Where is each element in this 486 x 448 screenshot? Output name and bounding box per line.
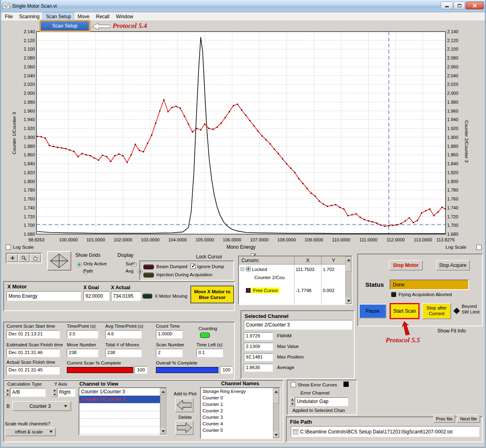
current-start-label: Current Scan Start time bbox=[6, 324, 55, 329]
add-to-plot-button[interactable] bbox=[175, 398, 194, 412]
channel-to-view-empty-row[interactable] bbox=[79, 403, 160, 411]
y-axis-tick-right: 2.140 bbox=[447, 29, 470, 34]
free-cursor-y[interactable]: 0.002 bbox=[323, 288, 335, 293]
x-motor-moving-led bbox=[143, 294, 152, 299]
close-icon bbox=[473, 4, 477, 8]
selected-channel-field[interactable]: Counter 2/Counter 3 bbox=[244, 320, 352, 330]
maximize-button[interactable] bbox=[454, 2, 465, 9]
log-scale-right-checkbox[interactable] bbox=[476, 245, 482, 250]
x-goal-label: X Goal bbox=[83, 285, 99, 290]
y-axis-tick-left: 1.760 bbox=[12, 196, 35, 201]
channel-names-item[interactable]: Counter 3 bbox=[201, 414, 273, 420]
stop-after-current-button[interactable]: Stop after Current bbox=[422, 303, 451, 319]
channel-names-item[interactable]: Counter 0 bbox=[201, 395, 273, 401]
menu-item-recall[interactable]: Recall bbox=[93, 13, 113, 21]
menu-item-file[interactable]: File bbox=[2, 13, 16, 21]
cursors-col-x: X bbox=[294, 258, 321, 263]
channel-to-view-scrollbar[interactable] bbox=[160, 388, 166, 435]
channel-names-item[interactable]: Counter 2 bbox=[201, 407, 273, 414]
y-axis-tick-right: 1.700 bbox=[447, 223, 470, 228]
menu-item-scanning[interactable]: Scanning bbox=[16, 13, 43, 21]
file-path-field[interactable]: C:\Beamline Controls\BCS Setup Data\1712… bbox=[291, 426, 480, 437]
cursor-tool-button[interactable] bbox=[7, 254, 18, 262]
start-scan-button[interactable]: Start Scan bbox=[390, 303, 420, 319]
scroll-thumb[interactable] bbox=[273, 395, 279, 403]
tree-expander-icon[interactable] bbox=[241, 267, 244, 271]
menu-item-move[interactable]: Move bbox=[74, 13, 92, 21]
x-motor-name-field[interactable]: Mono Energy bbox=[6, 291, 81, 301]
scroll-up-button[interactable] bbox=[273, 388, 279, 395]
channel-to-view-empty-row[interactable] bbox=[79, 411, 160, 419]
free-cursor-label[interactable]: Free Cursor bbox=[252, 288, 279, 293]
minimize-button[interactable] bbox=[441, 2, 453, 9]
ignore-dump-checkbox[interactable] bbox=[190, 264, 196, 269]
y-axis-tick-left: 2.060 bbox=[12, 64, 35, 69]
scroll-up-button[interactable] bbox=[160, 388, 166, 395]
calc-type-field[interactable]: A/B bbox=[10, 388, 46, 397]
status-label: Status bbox=[365, 281, 384, 288]
close-button[interactable] bbox=[466, 2, 484, 9]
channel-to-view-empty-row[interactable] bbox=[79, 419, 160, 427]
scroll-down-button[interactable] bbox=[160, 428, 166, 434]
show-grids-only-active-radio[interactable] bbox=[77, 262, 82, 267]
locked-cursor-y[interactable]: 1.702 bbox=[323, 267, 335, 272]
status-value-field: Done bbox=[390, 279, 469, 290]
y-axis-field[interactable]: Right bbox=[57, 388, 76, 397]
error-channel-spinner[interactable] bbox=[290, 397, 295, 406]
channel-names-item[interactable]: Counter 4 bbox=[201, 420, 273, 427]
avg-time-label: Avg Time/Point (s) bbox=[105, 324, 143, 329]
locked-cursor-label[interactable]: Locked bbox=[252, 267, 267, 272]
error-color-box[interactable] bbox=[343, 382, 349, 387]
scroll-down-button[interactable] bbox=[273, 432, 279, 438]
y-axis-spinner[interactable] bbox=[52, 388, 57, 397]
calc-type-spinner[interactable] bbox=[5, 388, 10, 397]
b-channel-dropdown[interactable]: Counter 3 bbox=[12, 401, 71, 411]
x-axis-tick: 108.0000 bbox=[273, 237, 301, 242]
menu-item-window[interactable]: Window bbox=[113, 13, 136, 21]
cursors-scrollbar[interactable] bbox=[345, 256, 352, 304]
scale-multi-dropdown[interactable]: offset & scale bbox=[5, 427, 56, 436]
spinner-down-icon bbox=[291, 403, 294, 405]
pan-diamond-control[interactable] bbox=[47, 251, 71, 271]
channel-names-list: Storage Ring EnergyCounter 0Counter 1Cou… bbox=[201, 388, 273, 438]
channel-names-item[interactable]: Counter 5 bbox=[201, 427, 273, 433]
scroll-up-button[interactable] bbox=[346, 257, 351, 263]
free-cursor-x[interactable]: -1.7798 bbox=[296, 288, 311, 293]
pause-button[interactable]: Pause bbox=[359, 304, 386, 318]
delete-button[interactable] bbox=[175, 420, 194, 435]
next-file-button[interactable]: Next file bbox=[457, 414, 480, 423]
cursors-col-y: Y bbox=[322, 258, 345, 263]
channel-names-scrollbar[interactable] bbox=[273, 388, 279, 438]
spinner-down-icon bbox=[53, 394, 56, 396]
error-channel-field[interactable]: Undulator Gap bbox=[295, 397, 348, 406]
plot-canvas[interactable] bbox=[0, 21, 486, 253]
x-motor-moving-label: X Motor Moving bbox=[155, 294, 188, 299]
channel-names-item[interactable]: Storage Ring Energy bbox=[201, 388, 273, 395]
spinner-up-icon bbox=[6, 389, 9, 391]
channel-to-view-item[interactable]: Counter 1/Counter 3 bbox=[79, 388, 160, 396]
channel-names-item[interactable]: Counter 1 bbox=[201, 401, 273, 407]
count-time-field[interactable]: 1.0000 bbox=[156, 330, 183, 339]
zoom-tool-button[interactable] bbox=[18, 254, 29, 262]
col-divider2 bbox=[321, 265, 322, 304]
stop-motor-button[interactable]: Stop Motor bbox=[389, 260, 423, 271]
show-error-curves-checkbox[interactable] bbox=[291, 382, 296, 387]
y-axis-tick-left: 2.000 bbox=[12, 91, 35, 96]
log-scale-left-checkbox[interactable] bbox=[6, 245, 11, 250]
scroll-down-button[interactable] bbox=[346, 298, 351, 304]
time-point-field[interactable]: 3.5 bbox=[67, 330, 98, 339]
pan-tool-button[interactable] bbox=[30, 254, 41, 262]
move-x-motor-button[interactable]: Move X Motor to Blue Cursor bbox=[190, 286, 234, 303]
menu-item-scan-setup-dropdown[interactable]: Scan Setup bbox=[41, 21, 89, 30]
locked-cursor-child-label[interactable]: Counter 2/Cou bbox=[254, 275, 293, 280]
channel-to-view-listbox: Counter 1/Counter 3Counter 2/Counter 3 bbox=[79, 387, 167, 435]
stop-acquire-button[interactable]: Stop Acquire bbox=[436, 260, 470, 271]
cursors-panel: Cursors: X Y Locked 111.7503 1.702 Count… bbox=[238, 256, 352, 305]
prev-file-button[interactable]: Prev file bbox=[433, 414, 455, 423]
channel-to-view-item[interactable]: Counter 2/Counter 3 bbox=[79, 396, 160, 403]
scroll-thumb[interactable] bbox=[346, 263, 351, 272]
x-goal-field[interactable]: 92.0000 bbox=[83, 291, 109, 301]
locked-cursor-x[interactable]: 111.7503 bbox=[296, 267, 314, 272]
menu-item-scan-setup[interactable]: Scan Setup bbox=[43, 13, 74, 21]
channel-to-view-empty-row[interactable] bbox=[79, 427, 160, 434]
